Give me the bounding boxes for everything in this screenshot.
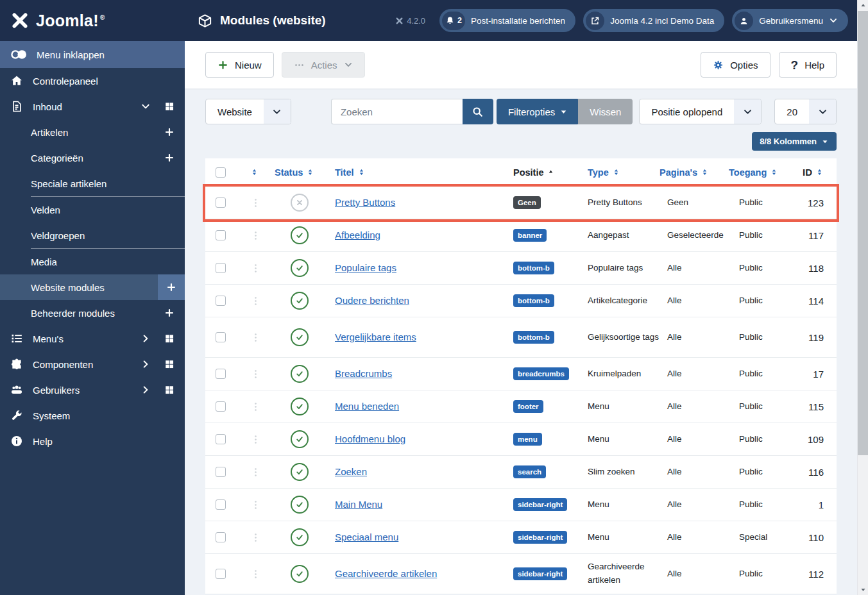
position-badge[interactable]: breadcrumbs (513, 367, 569, 380)
actions-button[interactable]: Acties (282, 52, 365, 78)
sidebar-item-systeem[interactable]: Systeem (0, 403, 185, 428)
position-badge[interactable]: banner (513, 229, 547, 242)
sidebar-item-beheerder-modules[interactable]: Beheerder modules (0, 300, 185, 326)
sidebar-item-componenten[interactable]: Componenten (0, 351, 185, 377)
pages-header[interactable]: Pagina's (660, 167, 729, 178)
row-checkbox[interactable] (216, 369, 226, 379)
drag-handle[interactable] (246, 569, 275, 580)
position-badge[interactable]: sidebar-right (513, 567, 567, 580)
sidebar-item-categorie-n[interactable]: Categorieën (0, 145, 185, 171)
module-title-link[interactable]: Menu beneden (335, 401, 399, 412)
drag-handle[interactable] (246, 467, 275, 478)
brand-logo[interactable]: Joomla!® (0, 0, 185, 41)
module-title-link[interactable]: Speciaal menu (335, 532, 398, 542)
client-filter-select[interactable]: Website (205, 99, 291, 124)
status-toggle-button[interactable] (291, 496, 309, 514)
row-checkbox[interactable] (216, 296, 226, 306)
scroll-up-button[interactable] (858, 0, 868, 11)
drag-handle[interactable] (246, 499, 275, 510)
row-checkbox[interactable] (216, 401, 226, 412)
drag-handle[interactable] (246, 369, 275, 380)
scroll-down-button[interactable] (858, 584, 868, 595)
module-title-link[interactable]: Vergelijkbare items (335, 331, 416, 342)
drag-handle[interactable] (246, 263, 275, 274)
vertical-scrollbar[interactable] (857, 0, 868, 595)
limit-select[interactable]: 20 (774, 99, 837, 124)
sidebar-item-veldgroepen[interactable]: Veldgroepen (0, 222, 185, 248)
sidebar-item-help[interactable]: Help (0, 428, 185, 454)
status-toggle-button[interactable] (291, 430, 309, 448)
sidebar-item-menu-inklappen[interactable]: Menu inklappen (0, 41, 185, 68)
status-toggle-button[interactable] (291, 292, 309, 310)
position-badge[interactable]: Geen (513, 196, 541, 209)
row-checkbox[interactable] (216, 230, 226, 240)
row-checkbox[interactable] (216, 197, 226, 208)
scrollbar-thumb[interactable] (858, 11, 868, 455)
help-button[interactable]: ? Help (779, 52, 837, 78)
id-header[interactable]: ID (790, 167, 826, 178)
status-toggle-button[interactable] (291, 398, 309, 415)
position-badge[interactable]: bottom-b (513, 331, 554, 344)
sidebar-item-velden[interactable]: Velden (0, 197, 185, 222)
module-title-link[interactable]: Breadcrumbs (335, 368, 392, 379)
module-title-link[interactable]: Populaire tags (335, 262, 396, 273)
sidebar-item-speciale-artikelen[interactable]: Speciale artikelen (0, 171, 185, 196)
sidebar-item-controlepaneel[interactable]: Controlepaneel (0, 68, 185, 94)
position-badge[interactable]: search (513, 465, 546, 478)
row-checkbox[interactable] (216, 532, 226, 542)
module-title-link[interactable]: Afbeelding (335, 230, 380, 240)
filter-options-button[interactable]: Filteropties (497, 99, 579, 124)
position-badge[interactable]: menu (513, 433, 542, 446)
module-title-link[interactable]: Gearchiveerde artikelen (335, 568, 437, 579)
new-button[interactable]: Nieuw (205, 52, 274, 78)
drag-handle[interactable] (246, 230, 275, 241)
title-header[interactable]: Titel (325, 167, 504, 178)
sidebar-item-gebruikers[interactable]: Gebruikers (0, 377, 185, 403)
sidebar-item-artikelen[interactable]: Artikelen (0, 119, 185, 145)
clear-button[interactable]: Wissen (578, 99, 633, 124)
drag-handle[interactable] (246, 296, 275, 306)
position-badge[interactable]: sidebar-right (513, 498, 567, 511)
drag-handle[interactable] (246, 434, 275, 445)
row-checkbox[interactable] (216, 332, 226, 342)
drag-handle[interactable] (246, 532, 275, 543)
options-button[interactable]: Opties (701, 52, 770, 78)
position-badge[interactable]: bottom-b (513, 294, 554, 307)
row-checkbox[interactable] (216, 467, 226, 477)
status-toggle-button[interactable] (291, 259, 309, 277)
row-checkbox[interactable] (216, 263, 226, 273)
status-toggle-button[interactable] (291, 365, 309, 383)
status-toggle-button[interactable] (291, 528, 309, 546)
position-header[interactable]: Positie (504, 167, 588, 178)
sidebar-item-menu-s[interactable]: Menu's (0, 326, 185, 351)
status-toggle-button[interactable] (291, 328, 309, 346)
row-checkbox[interactable] (216, 434, 226, 444)
status-toggle-button[interactable] (291, 463, 309, 481)
pill-joomla-4-2-incl-demo-data[interactable]: Joomla 4.2 incl Demo Data (583, 9, 724, 32)
type-header[interactable]: Type (588, 167, 660, 178)
module-title-link[interactable]: Oudere berichten (335, 295, 409, 306)
pill-post-installatie-berichten[interactable]: 2 Post-installatie berichten (439, 9, 575, 32)
drag-handle[interactable] (246, 332, 275, 343)
position-badge[interactable]: sidebar-right (513, 531, 567, 544)
status-header[interactable]: Status (275, 167, 325, 178)
drag-handle[interactable] (246, 197, 275, 208)
columns-button[interactable]: 8/8 Kolommen (752, 132, 837, 151)
module-title-link[interactable]: Zoeken (335, 466, 367, 477)
sort-select[interactable]: Positie oplopend (639, 99, 762, 124)
sidebar-item-media[interactable]: Media (0, 249, 185, 274)
status-toggle-button[interactable] (291, 194, 309, 212)
position-badge[interactable]: bottom-b (513, 262, 554, 274)
drag-handle[interactable] (246, 401, 275, 412)
position-badge[interactable]: footer (513, 400, 543, 413)
sidebar-item-inhoud[interactable]: Inhoud (0, 94, 185, 119)
search-button[interactable] (463, 99, 493, 124)
access-header[interactable]: Toegang (729, 167, 790, 178)
row-checkbox[interactable] (216, 499, 226, 510)
pill-gebruikersmenu[interactable]: Gebruikersmenu (732, 9, 848, 32)
module-title-link[interactable]: Hoofdmenu blog (335, 433, 405, 444)
status-toggle-button[interactable] (291, 226, 309, 244)
sidebar-item-website-modules[interactable]: Website modules (0, 274, 185, 300)
module-title-link[interactable]: Pretty Buttons (335, 197, 395, 208)
ordering-sort-header[interactable] (246, 168, 275, 176)
